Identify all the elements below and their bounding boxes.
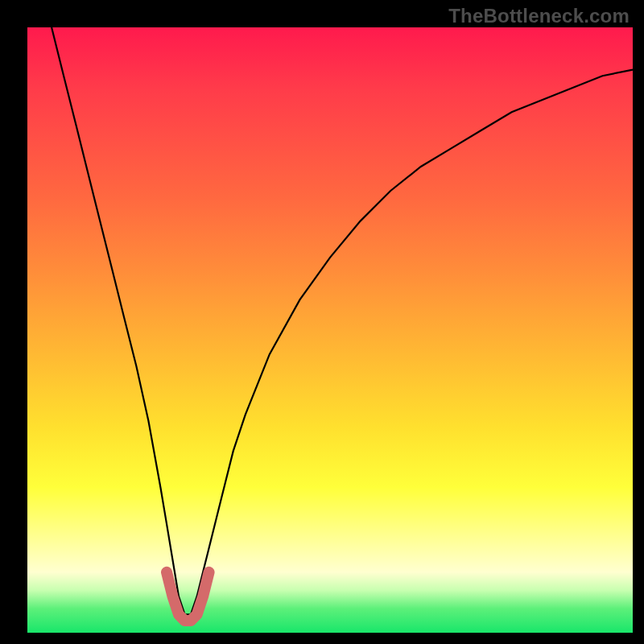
bottleneck-curve <box>52 27 633 614</box>
chart-frame: TheBottleneck.com <box>0 0 644 644</box>
curve-layer <box>27 27 633 633</box>
plot-area <box>27 27 633 633</box>
highlight-band <box>167 572 209 621</box>
watermark-text: TheBottleneck.com <box>448 5 630 27</box>
